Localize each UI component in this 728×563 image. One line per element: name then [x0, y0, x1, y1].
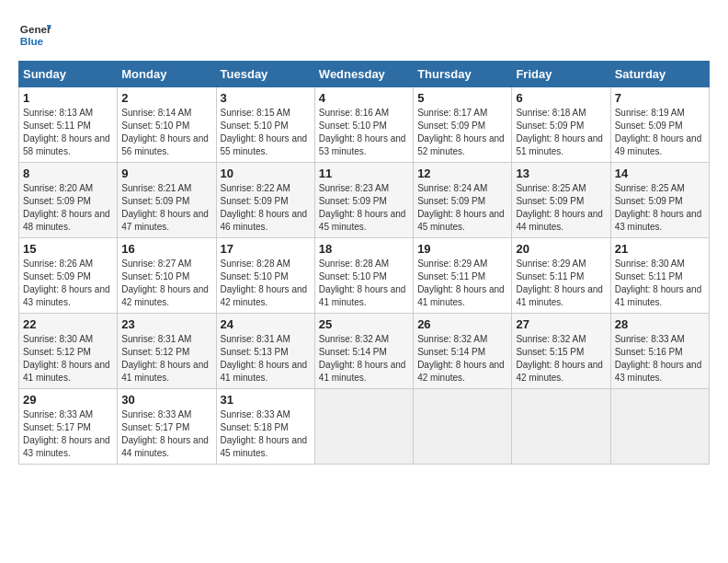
calendar-cell: 13 Sunrise: 8:25 AMSunset: 5:09 PMDaylig…	[512, 163, 610, 238]
calendar-cell	[314, 389, 413, 465]
calendar-cell: 26 Sunrise: 8:32 AMSunset: 5:14 PMDaylig…	[414, 314, 512, 389]
day-info: Sunrise: 8:31 AMSunset: 5:12 PMDaylight:…	[121, 333, 211, 385]
calendar-cell: 14 Sunrise: 8:25 AMSunset: 5:09 PMDaylig…	[610, 163, 709, 238]
day-number: 17	[221, 242, 311, 256]
day-number: 12	[417, 167, 507, 180]
calendar-cell: 17 Sunrise: 8:28 AMSunset: 5:10 PMDaylig…	[216, 238, 314, 314]
calendar-cell: 16 Sunrise: 8:27 AMSunset: 5:10 PMDaylig…	[118, 238, 216, 314]
day-info: Sunrise: 8:15 AMSunset: 5:10 PMDaylight:…	[221, 107, 311, 158]
day-info: Sunrise: 8:29 AMSunset: 5:11 PMDaylight:…	[417, 258, 507, 309]
day-info: Sunrise: 8:31 AMSunset: 5:13 PMDaylight:…	[221, 333, 311, 385]
day-info: Sunrise: 8:14 AMSunset: 5:10 PMDaylight:…	[121, 107, 211, 158]
day-number: 24	[221, 317, 311, 331]
day-info: Sunrise: 8:24 AMSunset: 5:09 PMDaylight:…	[417, 182, 507, 234]
calendar-cell: 24 Sunrise: 8:31 AMSunset: 5:13 PMDaylig…	[216, 314, 314, 389]
calendar-cell: 18 Sunrise: 8:28 AMSunset: 5:10 PMDaylig…	[314, 238, 413, 314]
col-header-thursday: Thursday	[414, 62, 512, 87]
day-number: 13	[516, 167, 606, 180]
day-number: 27	[516, 317, 606, 331]
day-info: Sunrise: 8:32 AMSunset: 5:14 PMDaylight:…	[319, 333, 409, 385]
day-number: 21	[615, 242, 705, 256]
calendar-cell: 9 Sunrise: 8:21 AMSunset: 5:09 PMDayligh…	[118, 163, 216, 238]
day-info: Sunrise: 8:28 AMSunset: 5:10 PMDaylight:…	[221, 258, 311, 309]
day-number: 14	[615, 167, 705, 180]
col-header-wednesday: Wednesday	[314, 62, 413, 87]
calendar-cell: 30 Sunrise: 8:33 AMSunset: 5:17 PMDaylig…	[118, 389, 216, 465]
calendar-cell: 31 Sunrise: 8:33 AMSunset: 5:18 PMDaylig…	[216, 389, 314, 465]
calendar-cell: 27 Sunrise: 8:32 AMSunset: 5:15 PMDaylig…	[512, 314, 610, 389]
day-info: Sunrise: 8:28 AMSunset: 5:10 PMDaylight:…	[319, 258, 409, 309]
day-number: 18	[319, 242, 409, 256]
calendar-table: SundayMondayTuesdayWednesdayThursdayFrid…	[18, 61, 710, 465]
day-info: Sunrise: 8:25 AMSunset: 5:09 PMDaylight:…	[516, 182, 606, 234]
calendar-cell: 11 Sunrise: 8:23 AMSunset: 5:09 PMDaylig…	[314, 163, 413, 238]
day-number: 1	[23, 91, 113, 105]
col-header-tuesday: Tuesday	[216, 62, 314, 87]
calendar-cell	[512, 389, 610, 465]
col-header-monday: Monday	[118, 62, 216, 87]
day-info: Sunrise: 8:26 AMSunset: 5:09 PMDaylight:…	[23, 258, 113, 309]
calendar-cell: 6 Sunrise: 8:18 AMSunset: 5:09 PMDayligh…	[512, 87, 610, 163]
day-number: 3	[221, 91, 311, 105]
calendar-cell: 7 Sunrise: 8:19 AMSunset: 5:09 PMDayligh…	[610, 87, 709, 163]
day-info: Sunrise: 8:33 AMSunset: 5:17 PMDaylight:…	[121, 408, 211, 460]
day-number: 26	[417, 317, 507, 331]
day-info: Sunrise: 8:13 AMSunset: 5:11 PMDaylight:…	[23, 107, 113, 158]
day-info: Sunrise: 8:25 AMSunset: 5:09 PMDaylight:…	[615, 182, 705, 234]
calendar-cell: 1 Sunrise: 8:13 AMSunset: 5:11 PMDayligh…	[19, 87, 118, 163]
day-info: Sunrise: 8:32 AMSunset: 5:15 PMDaylight:…	[516, 333, 606, 385]
day-number: 30	[121, 393, 211, 407]
day-info: Sunrise: 8:29 AMSunset: 5:11 PMDaylight:…	[516, 258, 606, 309]
calendar-cell: 29 Sunrise: 8:33 AMSunset: 5:17 PMDaylig…	[19, 389, 118, 465]
day-number: 9	[121, 167, 211, 180]
day-number: 16	[121, 242, 211, 256]
day-info: Sunrise: 8:33 AMSunset: 5:16 PMDaylight:…	[615, 333, 705, 385]
day-info: Sunrise: 8:30 AMSunset: 5:11 PMDaylight:…	[615, 258, 705, 309]
calendar-cell: 8 Sunrise: 8:20 AMSunset: 5:09 PMDayligh…	[19, 163, 118, 238]
header: General Blue	[18, 18, 710, 52]
day-info: Sunrise: 8:27 AMSunset: 5:10 PMDaylight:…	[121, 258, 211, 309]
day-number: 31	[221, 393, 311, 407]
day-number: 25	[319, 317, 409, 331]
calendar-cell: 15 Sunrise: 8:26 AMSunset: 5:09 PMDaylig…	[19, 238, 118, 314]
day-number: 11	[319, 167, 409, 180]
calendar-cell: 5 Sunrise: 8:17 AMSunset: 5:09 PMDayligh…	[414, 87, 512, 163]
day-info: Sunrise: 8:30 AMSunset: 5:12 PMDaylight:…	[23, 333, 113, 385]
svg-text:General: General	[20, 23, 51, 35]
day-number: 2	[121, 91, 211, 105]
day-info: Sunrise: 8:22 AMSunset: 5:09 PMDaylight:…	[221, 182, 311, 234]
day-number: 19	[417, 242, 507, 256]
day-info: Sunrise: 8:18 AMSunset: 5:09 PMDaylight:…	[516, 107, 606, 158]
svg-text:Blue: Blue	[20, 35, 44, 47]
day-number: 4	[319, 91, 409, 105]
calendar-cell: 20 Sunrise: 8:29 AMSunset: 5:11 PMDaylig…	[512, 238, 610, 314]
col-header-friday: Friday	[512, 62, 610, 87]
calendar-cell: 28 Sunrise: 8:33 AMSunset: 5:16 PMDaylig…	[610, 314, 709, 389]
calendar-cell: 3 Sunrise: 8:15 AMSunset: 5:10 PMDayligh…	[216, 87, 314, 163]
calendar-cell: 23 Sunrise: 8:31 AMSunset: 5:12 PMDaylig…	[118, 314, 216, 389]
col-header-saturday: Saturday	[610, 62, 709, 87]
day-number: 22	[23, 317, 113, 331]
calendar-cell: 2 Sunrise: 8:14 AMSunset: 5:10 PMDayligh…	[118, 87, 216, 163]
day-info: Sunrise: 8:19 AMSunset: 5:09 PMDaylight:…	[615, 107, 705, 158]
day-number: 7	[615, 91, 705, 105]
day-info: Sunrise: 8:33 AMSunset: 5:17 PMDaylight:…	[23, 408, 113, 460]
col-header-sunday: Sunday	[19, 62, 118, 87]
day-number: 8	[23, 167, 113, 180]
day-info: Sunrise: 8:21 AMSunset: 5:09 PMDaylight:…	[121, 182, 211, 234]
calendar-cell: 19 Sunrise: 8:29 AMSunset: 5:11 PMDaylig…	[414, 238, 512, 314]
day-info: Sunrise: 8:23 AMSunset: 5:09 PMDaylight:…	[319, 182, 409, 234]
day-number: 29	[23, 393, 113, 407]
calendar-cell: 25 Sunrise: 8:32 AMSunset: 5:14 PMDaylig…	[314, 314, 413, 389]
calendar-cell: 21 Sunrise: 8:30 AMSunset: 5:11 PMDaylig…	[610, 238, 709, 314]
logo-icon: General Blue	[18, 18, 51, 52]
calendar-cell	[414, 389, 512, 465]
day-number: 5	[417, 91, 507, 105]
calendar-cell: 4 Sunrise: 8:16 AMSunset: 5:10 PMDayligh…	[314, 87, 413, 163]
day-number: 6	[516, 91, 606, 105]
day-info: Sunrise: 8:33 AMSunset: 5:18 PMDaylight:…	[221, 408, 311, 460]
day-info: Sunrise: 8:17 AMSunset: 5:09 PMDaylight:…	[417, 107, 507, 158]
calendar-cell	[610, 389, 709, 465]
calendar-cell: 10 Sunrise: 8:22 AMSunset: 5:09 PMDaylig…	[216, 163, 314, 238]
logo: General Blue	[18, 18, 51, 52]
